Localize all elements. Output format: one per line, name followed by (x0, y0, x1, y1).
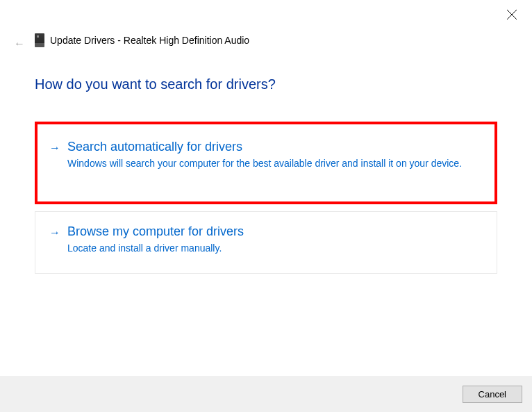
option-text: Browse my computer for drivers Locate an… (67, 224, 483, 256)
main-content: How do you want to search for drivers? →… (35, 76, 497, 281)
cancel-button[interactable]: Cancel (463, 386, 522, 403)
option-title: Search automatically for drivers (67, 140, 483, 154)
option-search-automatically[interactable]: → Search automatically for drivers Windo… (35, 122, 497, 204)
option-description: Windows will search your computer for th… (67, 157, 483, 171)
main-heading: How do you want to search for drivers? (35, 76, 497, 92)
device-icon (35, 33, 44, 47)
option-inner: → Browse my computer for drivers Locate … (49, 224, 483, 256)
bottom-bar: Cancel (0, 376, 532, 412)
arrow-right-icon: → (49, 224, 60, 241)
option-description: Locate and install a driver manually. (67, 242, 483, 256)
close-button[interactable] (507, 10, 518, 21)
close-icon (507, 10, 517, 19)
arrow-right-icon: → (49, 140, 60, 156)
back-arrow-icon: ← (14, 38, 25, 50)
option-inner: → Search automatically for drivers Windo… (49, 140, 483, 171)
option-browse-computer[interactable]: → Browse my computer for drivers Locate … (35, 211, 497, 274)
window-title: Update Drivers - Realtek High Definition… (50, 35, 249, 46)
option-text: Search automatically for drivers Windows… (67, 140, 483, 171)
option-title: Browse my computer for drivers (67, 224, 483, 239)
header-row: Update Drivers - Realtek High Definition… (35, 33, 249, 47)
